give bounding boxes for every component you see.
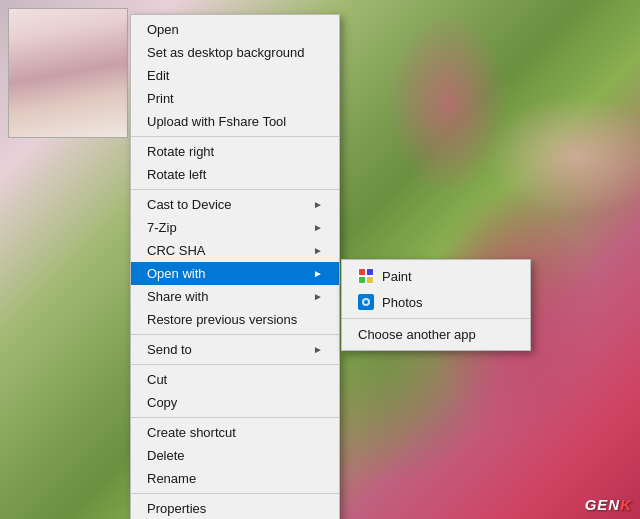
arrow-icon: ► [313, 245, 323, 256]
submenu-item-photos[interactable]: Photos [342, 289, 530, 315]
arrow-icon: ► [313, 344, 323, 355]
menu-item-rotate-left[interactable]: Rotate left [131, 163, 339, 186]
menu-item-send-to[interactable]: Send to ► [131, 338, 339, 361]
menu-item-create-shortcut[interactable]: Create shortcut [131, 421, 339, 444]
menu-item-cut[interactable]: Cut [131, 368, 339, 391]
separator-4 [131, 364, 339, 365]
menu-item-set-desktop[interactable]: Set as desktop background [131, 41, 339, 64]
context-menu: Open Set as desktop background Edit Prin… [130, 14, 340, 519]
menu-item-open[interactable]: Open [131, 18, 339, 41]
menu-item-cast-to-device[interactable]: Cast to Device ► [131, 193, 339, 216]
menu-item-upload-fshare[interactable]: Upload with Fshare Tool [131, 110, 339, 133]
svg-point-7 [364, 300, 368, 304]
arrow-icon: ► [313, 222, 323, 233]
menu-item-crc-sha[interactable]: CRC SHA ► [131, 239, 339, 262]
svg-rect-3 [359, 277, 365, 283]
separator-6 [131, 493, 339, 494]
arrow-icon: ► [313, 199, 323, 210]
svg-rect-1 [359, 269, 365, 275]
photos-icon [358, 294, 374, 310]
submenu-item-choose-another-app[interactable]: Choose another app [342, 322, 530, 347]
menu-item-7zip[interactable]: 7-Zip ► [131, 216, 339, 239]
separator-1 [131, 136, 339, 137]
submenu-item-paint[interactable]: Paint [342, 263, 530, 289]
arrow-icon: ► [313, 291, 323, 302]
separator-3 [131, 334, 339, 335]
menu-item-restore-previous[interactable]: Restore previous versions [131, 308, 339, 331]
menu-item-share-with[interactable]: Share with ► [131, 285, 339, 308]
menu-item-copy[interactable]: Copy [131, 391, 339, 414]
separator-2 [131, 189, 339, 190]
photo-thumbnail [8, 8, 128, 138]
paint-icon [358, 268, 374, 284]
watermark-gen: GEN [585, 496, 621, 513]
watermark-k: K [620, 496, 632, 513]
svg-rect-4 [367, 277, 373, 283]
menu-item-rename[interactable]: Rename [131, 467, 339, 490]
menu-item-rotate-right[interactable]: Rotate right [131, 140, 339, 163]
separator-submenu [342, 318, 530, 319]
separator-5 [131, 417, 339, 418]
menu-item-delete[interactable]: Delete [131, 444, 339, 467]
menu-item-properties[interactable]: Properties [131, 497, 339, 519]
watermark: GENK [585, 496, 632, 513]
svg-rect-2 [367, 269, 373, 275]
menu-item-open-with[interactable]: Open with ► Paint [131, 262, 339, 285]
menu-item-print[interactable]: Print [131, 87, 339, 110]
submenu-open-with: Paint Photos Choose another app [341, 259, 531, 351]
photo-thumb-inner [9, 9, 127, 137]
menu-item-edit[interactable]: Edit [131, 64, 339, 87]
arrow-icon: ► [313, 268, 323, 279]
